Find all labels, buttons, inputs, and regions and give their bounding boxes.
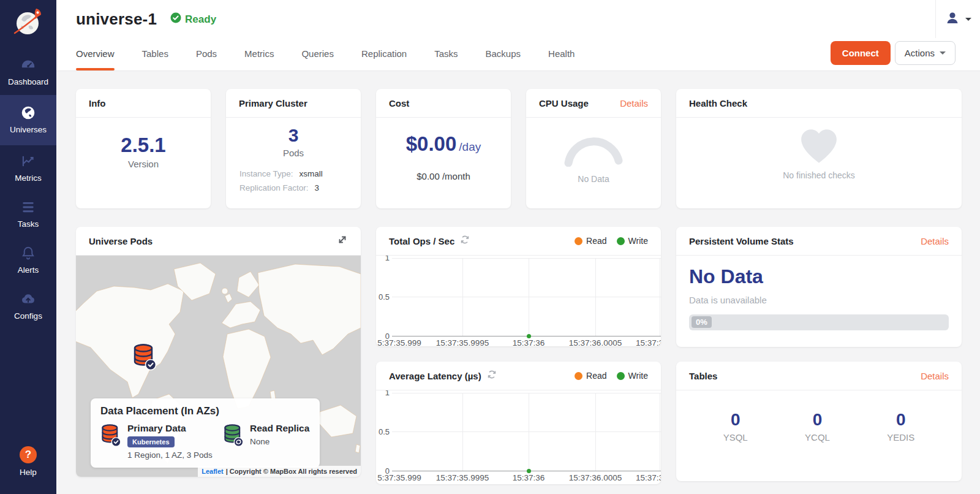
database-icon [100, 423, 121, 447]
legend-label: Write [628, 371, 648, 381]
tables-details-link[interactable]: Details [921, 371, 949, 381]
replication-factor-row: Replication Factor: 3 [239, 183, 347, 192]
kubernetes-badge: Kubernetes [127, 436, 175, 447]
tab-overview[interactable]: Overview [76, 39, 115, 70]
pods-count: 3 [226, 125, 361, 146]
x-tick: 15:37:36 [513, 338, 545, 346]
page-title: universe-1 [76, 10, 157, 29]
check-circle-icon [170, 12, 181, 26]
chevron-down-icon [965, 18, 971, 21]
ysql-label: YSQL [723, 432, 748, 443]
health-empty-text: No finished checks [676, 170, 962, 180]
gauge-arc [526, 118, 661, 167]
y-tick: 1 [377, 390, 390, 397]
sidebar-item-label: Universes [10, 125, 47, 134]
cost-per-month: $0.00 /month [376, 171, 511, 181]
x-tick: 5:37:35.999 [377, 338, 421, 346]
sidebar-item-configs[interactable]: Configs [0, 283, 56, 329]
connect-button[interactable]: Connect [831, 41, 891, 65]
write-data-point [527, 334, 531, 338]
sidebar-item-tasks[interactable]: Tasks [0, 191, 56, 237]
sidebar-item-help[interactable]: ? Help [0, 438, 56, 485]
x-tick: 15:37:36.0005 [569, 473, 622, 482]
kv-label: Instance Type: [239, 169, 293, 178]
tab-pods[interactable]: Pods [196, 39, 217, 70]
x-tick: 15:37:3 [636, 338, 661, 346]
actions-dropdown-button[interactable]: Actions [895, 41, 956, 65]
expand-icon[interactable] [337, 234, 348, 248]
kv-label: Replication Factor: [239, 183, 309, 192]
kv-value: 3 [315, 183, 320, 192]
bell-icon [20, 245, 36, 261]
rocket-icon [34, 9, 41, 19]
legend-label: Write [628, 236, 648, 246]
user-avatar-icon [945, 10, 960, 28]
tab-queries[interactable]: Queries [301, 39, 334, 70]
sidebar-item-dashboard[interactable]: Dashboard [0, 49, 56, 95]
tab-health[interactable]: Health [548, 39, 575, 70]
cost-card: Cost $0.00/day $0.00 /month [376, 89, 511, 208]
data-placement-title: Data Placement (In AZs) [100, 405, 310, 417]
x-tick: 15:37:35.9995 [436, 473, 489, 482]
avg-latency-chart-card: Average Latency (µs) Read Write 1 0.5 0 … [376, 362, 661, 484]
sidebar-item-label: Metrics [15, 173, 42, 183]
cpu-empty-text: No Data [526, 174, 661, 184]
refresh-icon[interactable] [487, 370, 497, 382]
chart-plot-area: 1 0.5 0 5:37:35.999 15:37:35.9995 15:37:… [376, 390, 661, 484]
version-label: Version [76, 159, 211, 169]
tab-backups[interactable]: Backups [486, 39, 521, 70]
cpu-details-link[interactable]: Details [620, 98, 648, 108]
check-badge-icon [146, 360, 156, 370]
user-menu[interactable] [935, 0, 980, 38]
refresh-icon[interactable] [460, 235, 470, 247]
card-title: Tables [689, 371, 717, 381]
ysql-count: 0 [723, 410, 748, 430]
primary-data-detail: 1 Region, 1 AZ, 3 Pods [127, 450, 213, 460]
y-tick: 1 [377, 256, 390, 262]
sidebar-item-alerts[interactable]: Alerts [0, 237, 56, 283]
ycql-count: 0 [805, 410, 830, 430]
y-tick: 0.5 [377, 292, 390, 302]
x-tick: 15:37:35.9995 [436, 338, 489, 346]
card-title: CPU Usage [539, 98, 589, 108]
sidebar-item-label: Dashboard [8, 77, 48, 86]
legend-label: Read [586, 236, 606, 246]
tab-tasks[interactable]: Tasks [434, 39, 458, 70]
chevron-down-icon [940, 51, 946, 55]
ycql-label: YCQL [805, 432, 830, 443]
tab-metrics[interactable]: Metrics [244, 39, 274, 70]
task-list-icon [20, 199, 36, 215]
pvs-progress-label: 0% [692, 316, 712, 328]
cost-per-day: $0.00 [406, 132, 457, 155]
sidebar: Dashboard Universes Metrics Tasks Alerts… [0, 0, 56, 494]
y-tick: 0.5 [377, 427, 390, 436]
pvs-subtext: Data is unavailable [689, 295, 949, 305]
read-replica-label: Read Replica [250, 423, 309, 434]
pvs-details-link[interactable]: Details [921, 236, 949, 246]
tables-card: Tables Details 0 YSQL 0 YCQL 0 YEDIS [676, 362, 962, 481]
yedis-count-item: 0 YEDIS [887, 410, 914, 443]
tab-tables[interactable]: Tables [142, 39, 168, 70]
tab-replication[interactable]: Replication [361, 39, 407, 70]
sidebar-item-label: Configs [14, 311, 42, 321]
world-map[interactable]: Data Placement (In AZs) Primary Data Kub… [76, 256, 361, 477]
leaflet-link[interactable]: Leaflet [202, 468, 223, 475]
chart-legend: Read Write [575, 371, 648, 381]
chart-legend: Read Write [575, 236, 648, 246]
x-tick: 15:37:3 [636, 473, 661, 482]
cloud-upload-icon [20, 291, 36, 307]
ysql-count-item: 0 YSQL [723, 410, 748, 443]
pod-location-marker[interactable] [132, 343, 157, 371]
card-title: Primary Cluster [239, 98, 307, 108]
ycql-count-item: 0 YCQL [805, 410, 830, 443]
primary-cluster-card: Primary Cluster 3 Pods Instance Type: xs… [226, 89, 361, 208]
legend-label: Read [586, 371, 606, 381]
sidebar-item-metrics[interactable]: Metrics [0, 145, 56, 191]
chart-title: Total Ops / Sec [389, 236, 454, 246]
sidebar-item-universes[interactable]: Universes [0, 95, 56, 145]
sidebar-item-label: Alerts [18, 265, 39, 275]
cpu-usage-card: CPU Usage Details No Data [526, 89, 661, 208]
card-title: Health Check [689, 98, 747, 108]
sidebar-item-label: Tasks [18, 219, 39, 229]
tab-bar: Overview Tables Pods Metrics Queries Rep… [76, 39, 575, 70]
